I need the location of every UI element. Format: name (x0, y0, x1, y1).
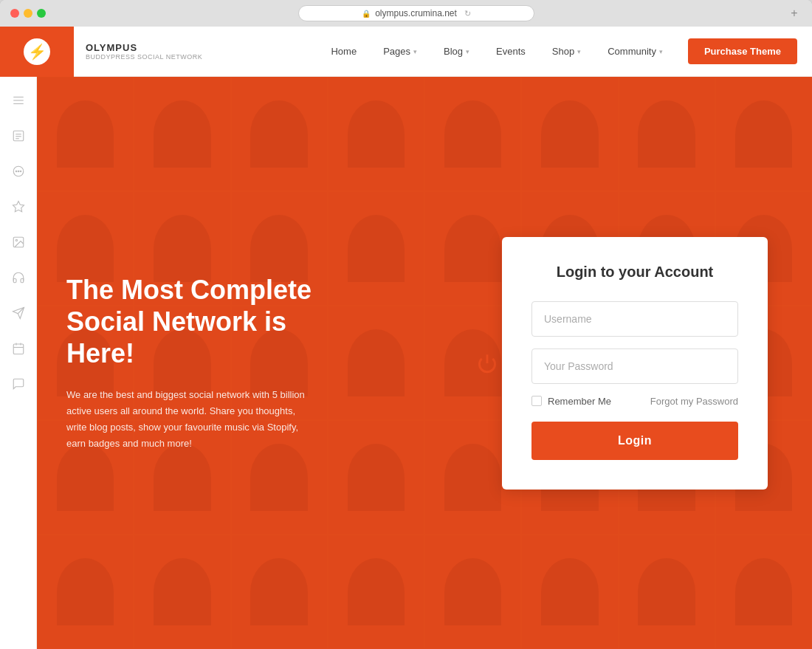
bolt-icon: ⚡ (28, 43, 47, 61)
password-field (531, 348, 738, 384)
nav-blog[interactable]: Blog ▾ (430, 27, 483, 77)
login-title: Login to your Account (531, 264, 738, 281)
nav-pages[interactable]: Pages ▾ (370, 27, 430, 77)
website-content: ⚡ OLYMPUS BUDDYPRESS SOCIAL NETWORK Home… (0, 27, 812, 649)
sidebar (0, 77, 37, 649)
refresh-icon[interactable]: ↻ (464, 9, 471, 18)
sidebar-menu-icon[interactable] (10, 92, 27, 109)
sidebar-headphone-icon[interactable] (10, 269, 27, 286)
brand: OLYMPUS BUDDYPRESS SOCIAL NETWORK (86, 42, 202, 61)
nav-events[interactable]: Events (483, 27, 539, 77)
purchase-button[interactable]: Purchase Theme (688, 38, 797, 64)
new-tab-button[interactable]: + (787, 6, 802, 21)
chevron-down-icon: ▾ (413, 48, 417, 55)
url-text: olympus.crumina.net (375, 8, 457, 18)
password-input[interactable] (531, 348, 738, 384)
forgot-password-link[interactable]: Forgot my Password (650, 396, 738, 407)
close-button[interactable] (10, 9, 19, 18)
remember-me-text: Remember Me (548, 396, 611, 407)
browser-titlebar: 🔒 olympus.crumina.net ↻ + (0, 0, 812, 27)
nav-shop[interactable]: Shop ▾ (539, 27, 594, 77)
login-button[interactable]: Login (531, 422, 738, 460)
nav-menu: Home Pages ▾ Blog ▾ Events Shop ▾ Commun… (317, 27, 797, 77)
power-icon-area (472, 348, 502, 378)
navbar: ⚡ OLYMPUS BUDDYPRESS SOCIAL NETWORK Home… (0, 27, 812, 77)
logo-area: ⚡ (0, 27, 74, 77)
brand-name: OLYMPUS (86, 42, 202, 53)
address-bar-area: 🔒 olympus.crumina.net ↻ (52, 5, 781, 21)
svg-rect-3 (13, 131, 24, 141)
hero-title: The Most Complete Social Network is Here… (66, 274, 362, 370)
form-options-row: Remember Me Forgot my Password (531, 396, 738, 407)
hero-content: The Most Complete Social Network is Here… (66, 274, 362, 453)
sidebar-document-icon[interactable] (10, 127, 27, 145)
browser-window: 🔒 olympus.crumina.net ↻ + ⚡ OLYMPUS BUDD… (0, 0, 812, 649)
svg-marker-11 (13, 202, 24, 212)
nav-community[interactable]: Community ▾ (594, 27, 676, 77)
svg-point-8 (16, 171, 17, 172)
remember-me-label[interactable]: Remember Me (531, 396, 611, 407)
minimize-button[interactable] (24, 9, 32, 18)
hero-section: The Most Complete Social Network is Here… (37, 77, 812, 649)
chevron-down-icon: ▾ (659, 48, 663, 55)
brand-subtitle: BUDDYPRESS SOCIAL NETWORK (86, 53, 202, 61)
sidebar-calendar-icon[interactable] (10, 340, 27, 357)
traffic-lights (10, 9, 46, 18)
chevron-down-icon: ▾ (577, 48, 581, 55)
login-card-wrapper: Login to your Account Remember Me (472, 237, 768, 490)
lock-icon: 🔒 (362, 10, 371, 18)
username-input[interactable] (531, 301, 738, 337)
sidebar-message-icon[interactable] (10, 375, 27, 393)
svg-point-13 (16, 239, 17, 241)
svg-point-10 (20, 171, 21, 172)
sidebar-star-icon[interactable] (10, 198, 27, 216)
hero-description: We are the best and biggest social netwo… (66, 387, 317, 452)
sidebar-image-icon[interactable] (10, 233, 27, 251)
main-area: The Most Complete Social Network is Here… (0, 77, 812, 649)
nav-home[interactable]: Home (317, 27, 370, 77)
sidebar-share-icon[interactable] (10, 304, 27, 322)
logo-icon: ⚡ (24, 38, 50, 65)
svg-point-9 (18, 171, 19, 172)
remember-me-checkbox[interactable] (531, 396, 542, 406)
power-icon (477, 353, 498, 374)
username-field (531, 301, 738, 337)
chevron-down-icon: ▾ (466, 48, 469, 55)
login-card: Login to your Account Remember Me (502, 237, 768, 490)
svg-rect-16 (13, 344, 24, 354)
address-input[interactable]: 🔒 olympus.crumina.net ↻ (298, 5, 534, 21)
maximize-button[interactable] (37, 9, 46, 18)
sidebar-chat-icon[interactable] (10, 162, 27, 180)
